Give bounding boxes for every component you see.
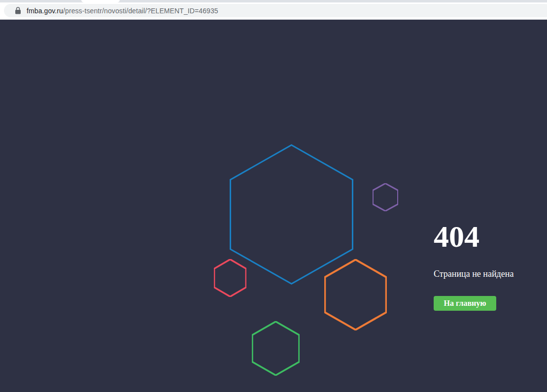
red-hexagon-outline [214, 260, 246, 297]
address-bar[interactable]: fmba.gov.ru/press-tsentr/novosti/detail/… [4, 4, 547, 17]
purple-hexagon-outline [373, 183, 398, 211]
browser-toolbar: fmba.gov.ru/press-tsentr/novosti/detail/… [0, 2, 547, 20]
orange-hexagon [324, 259, 387, 330]
lock-icon[interactable] [15, 7, 21, 14]
browser-chrome: fmba.gov.ru/press-tsentr/novosti/detail/… [0, 0, 547, 20]
error-message: Страница не найдена [434, 269, 513, 279]
red-hexagon [214, 259, 246, 297]
purple-hexagon [373, 183, 398, 211]
green-hexagon [252, 321, 300, 376]
error-page: 404 Страница не найдена На главную [0, 20, 547, 392]
url-domain: fmba.gov.ru [27, 7, 63, 15]
url-text: fmba.gov.ru/press-tsentr/novosti/detail/… [27, 7, 218, 15]
green-hexagon-outline [252, 322, 299, 375]
error-code: 404 [434, 221, 479, 252]
url-path: /press-tsentr/novosti/detail/?ELEMENT_ID… [63, 7, 218, 15]
orange-hexagon-outline [325, 260, 386, 329]
home-button[interactable]: На главную [434, 296, 496, 311]
